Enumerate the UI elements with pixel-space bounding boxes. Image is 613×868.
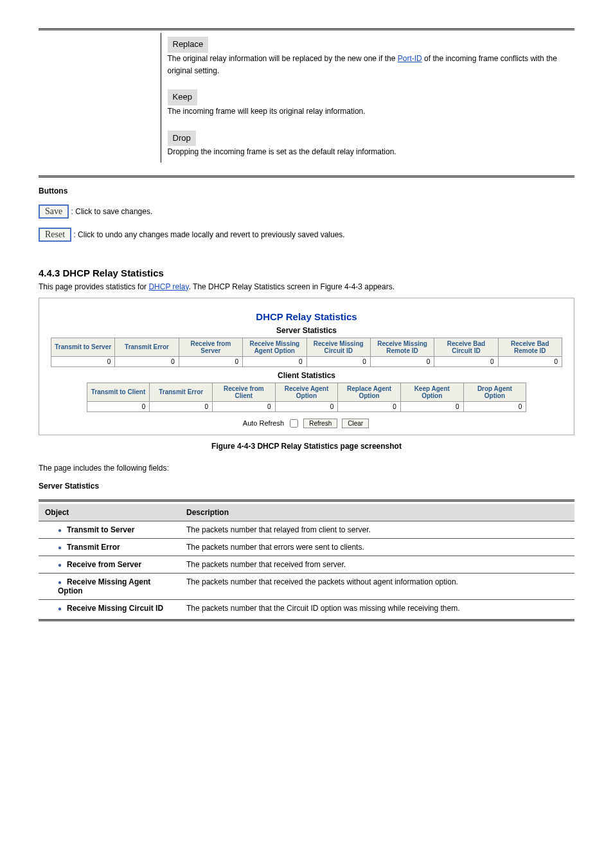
clear-button[interactable]: Clear — [342, 419, 369, 428]
col-recv-agent-opt: Receive Agent Option — [275, 383, 338, 401]
keep-label: Keep — [168, 89, 197, 105]
section-desc-after: . The DHCP Relay Statistics screen in Fi… — [189, 282, 395, 291]
client-stats-table: Transmit to Client Transmit Error Receiv… — [87, 383, 527, 412]
th-description: Description — [180, 504, 574, 521]
row-desc-4: The packets number that the Circuit ID o… — [180, 599, 574, 617]
col-transmit-to-server: Transmit to Server — [51, 338, 115, 356]
drop-label: Drop — [168, 131, 196, 147]
col-receive-from-server: Receive from Server — [179, 338, 242, 356]
section-heading: 4.4.3 DHCP Relay Statistics — [39, 267, 574, 278]
row-obj-4: Receive Missing Circuit ID — [67, 604, 163, 613]
buttons-heading: Buttons — [39, 186, 574, 195]
col-recv-miss-remote: Receive Missing Remote ID — [370, 338, 434, 356]
keep-desc: The incoming frame will keep its origina… — [168, 107, 366, 116]
server-stats-subtitle: Server Statistics — [51, 326, 562, 335]
col-transmit-error: Transmit Error — [115, 338, 179, 356]
row-obj-2: Receive from Server — [67, 560, 141, 569]
row-obj-0: Transmit to Server — [67, 525, 134, 534]
row-obj-3: Receive Missing Agent Option — [58, 577, 150, 595]
port-id-link[interactable]: Port-ID — [398, 54, 422, 63]
col-transmit-to-client: Transmit to Client — [87, 383, 150, 401]
section-desc-before: This page provides statistics for — [39, 282, 148, 291]
th-object: Object — [39, 504, 180, 521]
auto-refresh-checkbox[interactable] — [290, 419, 298, 428]
refresh-button[interactable]: Refresh — [303, 419, 337, 428]
save-button[interactable]: Save — [39, 204, 69, 219]
replace-desc-before: The original relay information will be r… — [168, 54, 398, 63]
figure-caption: Figure 4-4-3 DHCP Relay Statistics page … — [39, 442, 574, 451]
server-stats-group: Server Statistics — [39, 482, 574, 491]
col-replace-agent-opt: Replace Agent Option — [338, 383, 401, 401]
reset-desc: : Click to undo any changes made locally… — [73, 230, 344, 239]
server-stats-table: Transmit to Server Transmit Error Receiv… — [51, 338, 562, 367]
row-desc-1: The packets number that errors were sent… — [180, 538, 574, 556]
dhcp-relay-link[interactable]: DHCP relay — [148, 282, 188, 291]
col-keep-agent-opt: Keep Agent Option — [400, 383, 463, 401]
figure-title: DHCP Relay Statistics — [51, 311, 562, 322]
fields-table: ObjectDescription ●Transmit to ServerThe… — [39, 504, 574, 617]
col-recv-miss-circuit: Receive Missing Circuit ID — [306, 338, 370, 356]
col-recv-bad-circuit: Receive Bad Circuit ID — [434, 338, 498, 356]
row-obj-1: Transmit Error — [67, 543, 120, 552]
client-stats-subtitle: Client Statistics — [51, 371, 562, 380]
reset-button[interactable]: Reset — [39, 228, 71, 242]
auto-refresh-label: Auto Refresh — [243, 419, 284, 427]
col-recv-miss-agent: Receive Missing Agent Option — [243, 338, 306, 356]
client-row: 0 0 0 0 0 0 0 — [87, 401, 526, 411]
page-lead: The page includes the following fields: — [39, 464, 574, 473]
row-desc-2: The packets number that received from se… — [180, 556, 574, 573]
row-desc-3: The packets number that received the pac… — [180, 573, 574, 599]
figure-panel: DHCP Relay Statistics Server Statistics … — [39, 298, 574, 435]
col-transmit-error-c: Transmit Error — [150, 383, 213, 401]
save-desc: : Click to save changes. — [71, 207, 153, 216]
col-recv-bad-remote: Receive Bad Remote ID — [498, 338, 562, 356]
drop-desc: Dropping the incoming frame is set as th… — [168, 147, 396, 156]
policy-table: Replace The original relay information w… — [39, 33, 574, 163]
col-receive-from-client: Receive from Client — [213, 383, 276, 401]
row-desc-0: The packets number that relayed from cli… — [180, 521, 574, 538]
server-row: 0 0 0 0 0 0 0 0 — [51, 356, 562, 366]
replace-label: Replace — [168, 37, 209, 53]
col-drop-agent-opt: Drop Agent Option — [463, 383, 526, 401]
